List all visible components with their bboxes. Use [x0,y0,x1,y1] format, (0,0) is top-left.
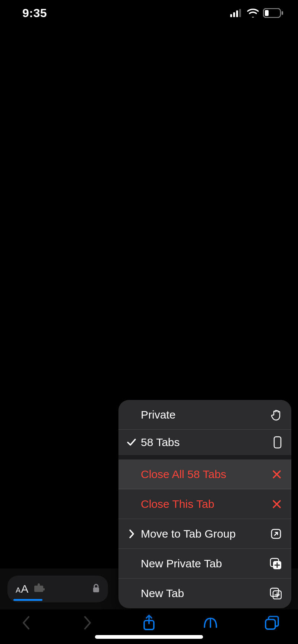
cellular-icon [230,9,243,17]
svg-rect-6 [282,11,283,15]
svg-rect-2 [236,10,238,17]
svg-rect-5 [265,10,269,16]
plus-square-filled-icon [267,558,282,570]
reader-text-size-button[interactable]: A A [16,583,28,595]
bookmarks-button[interactable] [199,614,222,632]
share-button[interactable] [138,614,160,632]
forward-button[interactable] [76,614,99,632]
hand-icon [267,409,282,421]
address-bar[interactable]: A A [7,576,108,602]
plus-square-icon [267,587,282,599]
svg-rect-0 [230,14,232,17]
tabs-button[interactable] [261,614,283,632]
menu-item-close-this-tab[interactable]: Close This Tab [118,489,291,519]
home-indicator[interactable] [95,635,203,639]
chevron-right-icon [125,529,138,539]
tabs-context-menu: Private 58 Tabs Close All 58 Tabs Close … [118,400,291,608]
phone-icon [267,436,282,449]
status-bar: 9:35 [0,0,298,26]
arrow-out-icon [267,528,282,539]
menu-item-58-tabs[interactable]: 58 Tabs [118,430,291,459]
loading-progress-bar [13,599,42,601]
status-time: 9:35 [22,6,47,20]
svg-rect-3 [239,9,241,17]
wifi-icon [247,9,259,17]
bottom-toolbar [0,609,298,644]
menu-label: Close This Tab [141,498,267,510]
svg-rect-1 [233,12,235,17]
menu-item-close-all-tabs[interactable]: Close All 58 Tabs [118,459,291,489]
svg-rect-11 [274,437,281,448]
battery-icon [263,8,284,18]
menu-item-new-private-tab[interactable]: New Private Tab [118,549,291,579]
menu-item-move-to-tab-group[interactable]: Move to Tab Group [118,519,291,549]
menu-label: Move to Tab Group [141,528,267,540]
extensions-icon[interactable] [34,583,45,595]
menu-item-new-tab[interactable]: New Tab [118,579,291,608]
menu-item-private[interactable]: Private [118,400,291,430]
text-size-small-a: A [16,586,20,595]
menu-label: New Tab [141,587,267,600]
lock-icon [92,583,100,595]
menu-label: 58 Tabs [141,436,267,449]
svg-rect-10 [266,619,275,629]
back-button[interactable] [15,614,37,632]
svg-rect-7 [93,587,99,592]
menu-label: Private [141,408,267,421]
checkmark-icon [125,438,138,446]
close-icon [267,499,282,509]
menu-label: New Private Tab [141,557,267,570]
menu-label: Close All 58 Tabs [141,468,267,481]
status-indicators [230,8,284,18]
close-icon [267,470,282,479]
text-size-large-a: A [21,583,28,595]
